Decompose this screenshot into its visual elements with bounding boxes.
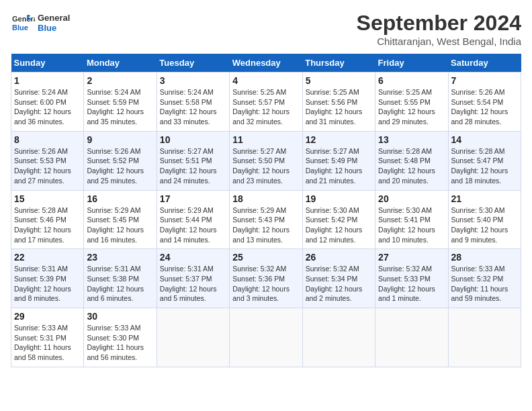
day-info: Sunrise: 5:24 AM Sunset: 6:00 PM Dayligh… — [14, 87, 81, 127]
calendar-cell: 23Sunrise: 5:31 AM Sunset: 5:38 PM Dayli… — [84, 249, 157, 308]
calendar-cell: 3Sunrise: 5:24 AM Sunset: 5:58 PM Daylig… — [157, 73, 229, 132]
calendar-cell: 28Sunrise: 5:33 AM Sunset: 5:32 PM Dayli… — [448, 249, 521, 308]
day-info: Sunrise: 5:33 AM Sunset: 5:32 PM Dayligh… — [451, 264, 518, 304]
calendar-cell: 21Sunrise: 5:30 AM Sunset: 5:40 PM Dayli… — [448, 190, 521, 249]
day-info: Sunrise: 5:30 AM Sunset: 5:40 PM Dayligh… — [451, 205, 518, 245]
calendar-cell: 18Sunrise: 5:29 AM Sunset: 5:43 PM Dayli… — [230, 190, 302, 249]
calendar-cell: 6Sunrise: 5:25 AM Sunset: 5:55 PM Daylig… — [375, 73, 448, 132]
title-area: September 2024 Chittaranjan, West Bengal… — [357, 11, 521, 47]
day-info: Sunrise: 5:28 AM Sunset: 5:48 PM Dayligh… — [378, 146, 445, 186]
calendar-cell: 4Sunrise: 5:25 AM Sunset: 5:57 PM Daylig… — [230, 73, 302, 132]
calendar-cell: 24Sunrise: 5:31 AM Sunset: 5:37 PM Dayli… — [157, 249, 229, 308]
day-number: 23 — [87, 252, 153, 263]
day-info: Sunrise: 5:27 AM Sunset: 5:51 PM Dayligh… — [160, 146, 226, 186]
day-info: Sunrise: 5:27 AM Sunset: 5:50 PM Dayligh… — [232, 146, 299, 186]
weekday-header-friday: Friday — [375, 54, 448, 73]
day-info: Sunrise: 5:29 AM Sunset: 5:45 PM Dayligh… — [87, 205, 153, 245]
day-info: Sunrise: 5:24 AM Sunset: 5:58 PM Dayligh… — [160, 87, 226, 127]
day-number: 7 — [451, 75, 518, 86]
calendar-cell: 22Sunrise: 5:31 AM Sunset: 5:39 PM Dayli… — [11, 249, 84, 308]
calendar-cell: 27Sunrise: 5:32 AM Sunset: 5:33 PM Dayli… — [375, 249, 448, 308]
day-number: 26 — [306, 252, 372, 263]
day-number: 15 — [14, 193, 81, 204]
day-info: Sunrise: 5:29 AM Sunset: 5:44 PM Dayligh… — [160, 205, 226, 245]
weekday-header-wednesday: Wednesday — [230, 54, 302, 73]
day-number: 5 — [306, 75, 372, 86]
day-info: Sunrise: 5:31 AM Sunset: 5:38 PM Dayligh… — [87, 264, 153, 304]
page-header: General Blue General Blue September 2024… — [11, 11, 521, 47]
calendar-cell: 11Sunrise: 5:27 AM Sunset: 5:50 PM Dayli… — [230, 131, 302, 190]
day-info: Sunrise: 5:27 AM Sunset: 5:49 PM Dayligh… — [306, 146, 372, 186]
calendar-cell: 20Sunrise: 5:30 AM Sunset: 5:41 PM Dayli… — [375, 190, 448, 249]
day-number: 27 — [378, 252, 445, 263]
calendar-cell: 12Sunrise: 5:27 AM Sunset: 5:49 PM Dayli… — [302, 131, 375, 190]
weekday-header-tuesday: Tuesday — [157, 54, 229, 73]
logo-text-blue: Blue — [38, 23, 70, 33]
calendar-cell — [302, 308, 375, 367]
calendar-cell: 7Sunrise: 5:26 AM Sunset: 5:54 PM Daylig… — [448, 73, 521, 132]
calendar-cell — [375, 308, 448, 367]
day-number: 10 — [160, 134, 226, 145]
calendar-cell — [448, 308, 521, 367]
svg-text:General: General — [12, 15, 35, 23]
day-number: 28 — [451, 252, 518, 263]
day-info: Sunrise: 5:29 AM Sunset: 5:43 PM Dayligh… — [232, 205, 299, 245]
day-number: 11 — [232, 134, 299, 145]
calendar-week-row: 1Sunrise: 5:24 AM Sunset: 6:00 PM Daylig… — [11, 73, 521, 132]
day-info: Sunrise: 5:32 AM Sunset: 5:33 PM Dayligh… — [378, 264, 445, 304]
day-number: 9 — [87, 134, 153, 145]
day-info: Sunrise: 5:25 AM Sunset: 5:56 PM Dayligh… — [306, 87, 372, 127]
day-info: Sunrise: 5:33 AM Sunset: 5:30 PM Dayligh… — [87, 323, 153, 363]
day-number: 30 — [87, 311, 153, 322]
day-info: Sunrise: 5:32 AM Sunset: 5:36 PM Dayligh… — [232, 264, 299, 304]
day-number: 17 — [160, 193, 226, 204]
day-info: Sunrise: 5:26 AM Sunset: 5:54 PM Dayligh… — [451, 87, 518, 127]
logo-icon: General Blue — [11, 11, 35, 35]
day-number: 2 — [87, 75, 153, 86]
calendar-cell: 13Sunrise: 5:28 AM Sunset: 5:48 PM Dayli… — [375, 131, 448, 190]
day-info: Sunrise: 5:25 AM Sunset: 5:55 PM Dayligh… — [378, 87, 445, 127]
day-number: 25 — [232, 252, 299, 263]
day-number: 1 — [14, 75, 81, 86]
day-info: Sunrise: 5:24 AM Sunset: 5:59 PM Dayligh… — [87, 87, 153, 127]
day-number: 12 — [306, 134, 372, 145]
calendar-week-row: 29Sunrise: 5:33 AM Sunset: 5:31 PM Dayli… — [11, 308, 521, 367]
calendar-cell: 2Sunrise: 5:24 AM Sunset: 5:59 PM Daylig… — [84, 73, 157, 132]
day-info: Sunrise: 5:31 AM Sunset: 5:37 PM Dayligh… — [160, 264, 226, 304]
month-title: September 2024 — [357, 11, 521, 36]
calendar-cell: 1Sunrise: 5:24 AM Sunset: 6:00 PM Daylig… — [11, 73, 84, 132]
day-number: 22 — [14, 252, 81, 263]
calendar-cell: 9Sunrise: 5:26 AM Sunset: 5:52 PM Daylig… — [84, 131, 157, 190]
calendar-cell: 26Sunrise: 5:32 AM Sunset: 5:34 PM Dayli… — [302, 249, 375, 308]
weekday-header-sunday: Sunday — [11, 54, 84, 73]
day-info: Sunrise: 5:25 AM Sunset: 5:57 PM Dayligh… — [232, 87, 299, 127]
calendar-cell — [157, 308, 229, 367]
calendar-cell: 29Sunrise: 5:33 AM Sunset: 5:31 PM Dayli… — [11, 308, 84, 367]
calendar-cell: 10Sunrise: 5:27 AM Sunset: 5:51 PM Dayli… — [157, 131, 229, 190]
weekday-header-saturday: Saturday — [448, 54, 521, 73]
logo-text-general: General — [38, 13, 70, 23]
day-number: 20 — [378, 193, 445, 204]
calendar-cell: 14Sunrise: 5:28 AM Sunset: 5:47 PM Dayli… — [448, 131, 521, 190]
day-number: 18 — [232, 193, 299, 204]
calendar-week-row: 15Sunrise: 5:28 AM Sunset: 5:46 PM Dayli… — [11, 190, 521, 249]
calendar-cell: 5Sunrise: 5:25 AM Sunset: 5:56 PM Daylig… — [302, 73, 375, 132]
day-number: 3 — [160, 75, 226, 86]
day-info: Sunrise: 5:26 AM Sunset: 5:52 PM Dayligh… — [87, 146, 153, 186]
calendar-cell: 8Sunrise: 5:26 AM Sunset: 5:53 PM Daylig… — [11, 131, 84, 190]
day-info: Sunrise: 5:30 AM Sunset: 5:42 PM Dayligh… — [306, 205, 372, 245]
day-number: 6 — [378, 75, 445, 86]
weekday-header-thursday: Thursday — [302, 54, 375, 73]
logo: General Blue General Blue — [11, 11, 70, 35]
svg-text:Blue: Blue — [12, 24, 28, 32]
calendar-week-row: 22Sunrise: 5:31 AM Sunset: 5:39 PM Dayli… — [11, 249, 521, 308]
calendar-cell — [230, 308, 302, 367]
day-info: Sunrise: 5:30 AM Sunset: 5:41 PM Dayligh… — [378, 205, 445, 245]
day-number: 29 — [14, 311, 81, 322]
calendar-week-row: 8Sunrise: 5:26 AM Sunset: 5:53 PM Daylig… — [11, 131, 521, 190]
day-info: Sunrise: 5:28 AM Sunset: 5:47 PM Dayligh… — [451, 146, 518, 186]
day-number: 13 — [378, 134, 445, 145]
day-number: 4 — [232, 75, 299, 86]
weekday-header-row: SundayMondayTuesdayWednesdayThursdayFrid… — [11, 54, 521, 73]
weekday-header-monday: Monday — [84, 54, 157, 73]
